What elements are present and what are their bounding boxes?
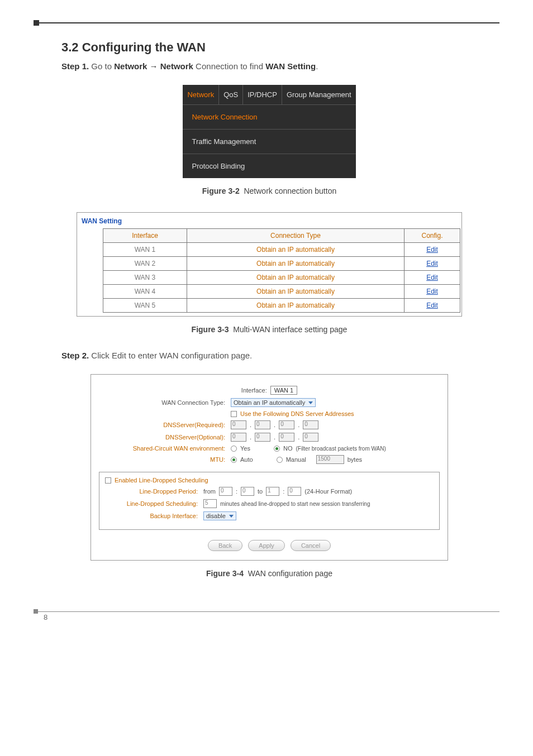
wan-config-form: Interface: WAN 1 WAN Connection Type: Ob…: [91, 374, 448, 561]
page-footer: 8: [34, 611, 499, 625]
step1-nav2: Network: [160, 61, 193, 71]
wf-dns-octet[interactable]: 0: [279, 433, 294, 442]
wf-period-h0[interactable]: 0: [219, 487, 232, 496]
wan-cell-conn: Obtain an IP automatically: [187, 299, 404, 313]
figure-3-4: Interface: WAN 1 WAN Connection Type: Ob…: [61, 374, 477, 561]
wf-sched-title: Enabled Line-Dropped Scheduling: [115, 477, 208, 484]
wf-usedns-label: Use the Following DNS Server Addresses: [240, 410, 354, 417]
wf-sched-label: Line-Dropped Scheduling:: [105, 500, 200, 507]
wf-dns-octet[interactable]: 0: [279, 420, 294, 429]
page-number: 8: [44, 613, 47, 621]
nav-tab-qos[interactable]: QoS: [219, 85, 243, 104]
back-button[interactable]: Back: [208, 540, 242, 551]
wf-conntype-label: WAN Connection Type:: [99, 399, 227, 406]
wf-mtu-manual-radio[interactable]: [277, 457, 283, 463]
nav-tabs-row: Network QoS IP/DHCP Group Management: [183, 85, 355, 104]
caption-3-3: Figure 3-3 Multi-WAN interface setting p…: [61, 325, 477, 334]
page-content: 3.2 Configuring the WAN Step 1. Go to Ne…: [0, 40, 533, 578]
caption-3-3-label: Figure 3-3: [192, 325, 229, 334]
wf-usedns-checkbox[interactable]: [231, 411, 237, 417]
wf-interface-label: Interface:: [241, 387, 267, 394]
step2-text: Click Edit to enter WAN configuration pa…: [91, 351, 252, 360]
wan-edit-link[interactable]: Edit: [426, 302, 438, 309]
nav-sub-traffic[interactable]: Traffic Management: [183, 129, 355, 154]
nav-tab-ipdhcp[interactable]: IP/DHCP: [243, 85, 282, 104]
wf-mtu-row: MTU: Auto Manual 1500 bytes: [99, 455, 440, 464]
wan-cell-cfg: Edit: [404, 257, 460, 271]
step2-label: Step 2.: [61, 351, 89, 360]
nav-sub-protocol[interactable]: Protocol Binding: [183, 154, 355, 178]
wan-th-config: Config.: [404, 229, 460, 243]
wf-interface-value: WAN 1: [270, 386, 297, 395]
wan-table-header: Interface Connection Type Config.: [103, 229, 460, 243]
wf-sched-row: Line-Dropped Scheduling: 5 minutes ahead…: [105, 499, 434, 508]
step1-mid: Connection to find: [196, 61, 265, 71]
caption-3-3-text: Multi-WAN interface setting page: [233, 325, 347, 334]
nav-tab-network[interactable]: Network: [183, 85, 219, 104]
nav-sub-connection[interactable]: Network Connection: [183, 104, 355, 129]
wan-row-4: WAN 4 Obtain an IP automatically Edit: [103, 285, 460, 299]
wf-dns-octet[interactable]: 0: [255, 420, 270, 429]
caption-3-4-label: Figure 3-4: [206, 569, 244, 578]
wan-edit-link[interactable]: Edit: [426, 288, 438, 295]
wf-sched-section: Enabled Line-Dropped Scheduling Line-Dro…: [99, 472, 440, 530]
wf-button-row: Back Apply Cancel: [99, 540, 440, 551]
wf-mtu-auto-radio[interactable]: [231, 457, 237, 463]
wf-dnsreq-row: DNSServer(Required): 0. 0. 0. 0: [99, 420, 440, 429]
wan-cell-iface: WAN 4: [103, 285, 187, 299]
wf-period-m1[interactable]: 0: [288, 487, 301, 496]
wf-conntype-row: WAN Connection Type: Obtain an IP automa…: [99, 398, 440, 407]
wf-sched-title-row: Enabled Line-Dropped Scheduling: [105, 477, 434, 484]
wf-dns-octet[interactable]: 0: [231, 433, 246, 442]
caption-3-2-label: Figure 3-2: [202, 186, 240, 195]
nav-tab-group[interactable]: Group Management: [282, 85, 356, 104]
wf-shared-label: Shared-Circuit WAN environment:: [99, 445, 227, 452]
wf-dns-octet[interactable]: 0: [303, 420, 318, 429]
caption-3-2: Figure 3-2 Network connection button: [61, 186, 477, 195]
wf-shared-yes-radio[interactable]: [231, 446, 237, 452]
wf-period-h1[interactable]: 1: [266, 487, 279, 496]
wf-period-m0[interactable]: 0: [241, 487, 254, 496]
wf-sched-enable-checkbox[interactable]: [105, 477, 111, 484]
figure-3-3: WAN Setting Interface Connection Type Co…: [61, 212, 477, 317]
wan-th-conn: Connection Type: [187, 229, 404, 243]
wan-edit-link[interactable]: Edit: [426, 246, 438, 253]
step1-line: Step 1. Go to Network → Network Connecti…: [61, 61, 477, 71]
wf-usedns-row: Use the Following DNS Server Addresses: [99, 410, 440, 417]
wan-row-3: WAN 3 Obtain an IP automatically Edit: [103, 271, 460, 285]
wf-dnsopt-label: DNSServer(Optional):: [99, 434, 227, 441]
wf-backup-select[interactable]: disable: [203, 511, 236, 520]
wf-dnsreq-label: DNSServer(Required):: [99, 422, 227, 428]
wan-setting-panel: WAN Setting Interface Connection Type Co…: [77, 212, 462, 317]
wan-cell-cfg: Edit: [404, 299, 460, 313]
wf-interface-row: Interface: WAN 1: [99, 386, 440, 395]
wf-period-row: Line-Dropped Period: from 0: 0 to 1: 0 (…: [105, 487, 434, 496]
wf-mtu-value[interactable]: 1500: [316, 455, 344, 464]
cancel-button[interactable]: Cancel: [291, 540, 331, 551]
wf-shared-yes-text: Yes: [240, 445, 250, 452]
wan-cell-iface: WAN 2: [103, 257, 187, 271]
wf-from: from: [203, 488, 216, 495]
wan-edit-link[interactable]: Edit: [426, 260, 438, 267]
wf-to: to: [258, 488, 263, 495]
step1-prefix: Go to: [91, 61, 114, 71]
wan-cell-conn: Obtain an IP automatically: [187, 271, 404, 285]
wf-mtu-label: MTU:: [99, 456, 227, 463]
step1-arrow: →: [150, 61, 158, 71]
wf-sched-value[interactable]: 5: [203, 499, 217, 508]
wf-conntype-select[interactable]: Obtain an IP automatically: [231, 398, 316, 407]
apply-button[interactable]: Apply: [248, 540, 285, 551]
wf-mtu-manual-text: Manual: [286, 456, 306, 463]
figure-3-2: Network QoS IP/DHCP Group Management Net…: [61, 85, 477, 178]
wan-edit-link[interactable]: Edit: [426, 274, 438, 281]
wan-cell-cfg: Edit: [404, 243, 460, 257]
wf-dns-octet[interactable]: 0: [255, 433, 270, 442]
step2-line: Step 2. Click Edit to enter WAN configur…: [61, 351, 477, 360]
step1-target: WAN Setting: [265, 61, 316, 71]
wf-shared-no-radio[interactable]: [274, 446, 280, 452]
wf-dns-octet[interactable]: 0: [231, 420, 246, 429]
wf-dns-octet[interactable]: 0: [303, 433, 318, 442]
wf-filter-note: (Filter broadcast packets from WAN): [296, 446, 386, 452]
wan-row-5: WAN 5 Obtain an IP automatically Edit: [103, 299, 460, 313]
section-title: 3.2 Configuring the WAN: [61, 40, 477, 55]
